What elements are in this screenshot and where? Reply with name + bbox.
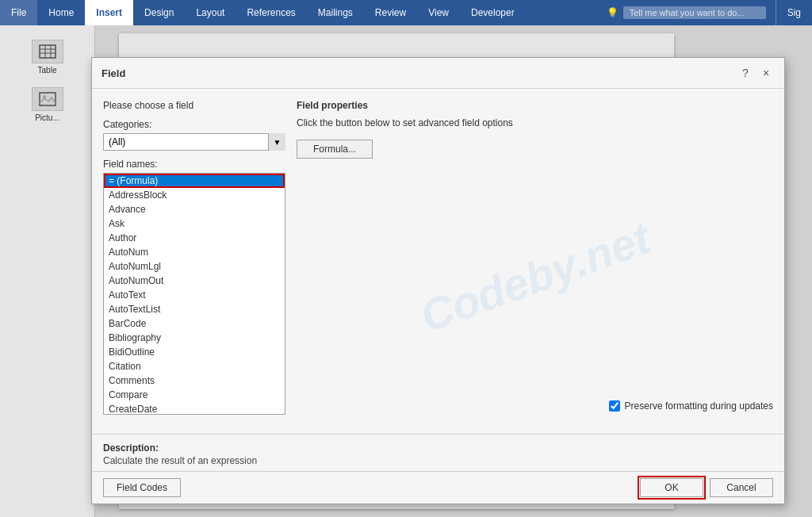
preserve-label: Preserve formatting during updates [625,400,773,412]
field-item-compare[interactable]: Compare [104,388,285,402]
panel-watermark: Codeby.net [413,212,657,343]
field-item-bidioutline[interactable]: BidiOutline [104,345,285,359]
close-button[interactable]: × [757,64,775,82]
field-properties-title: Field properties [297,100,773,111]
lightbulb-icon: 💡 [607,7,619,18]
search-input[interactable] [623,6,766,19]
help-button[interactable]: ? [737,64,754,82]
description-text: Calculate the result of an expression [103,455,773,466]
ok-button[interactable]: OK [640,478,703,497]
field-item-comments[interactable]: Comments [104,373,285,388]
tab-mailings[interactable]: Mailings [307,0,364,25]
dialog-controls: ? × [737,64,775,82]
field-item-autonumlgl[interactable]: AutoNumLgl [104,259,285,274]
tab-sign[interactable]: Sig [776,0,812,25]
tab-insert[interactable]: Insert [85,0,133,25]
tab-review[interactable]: Review [364,0,417,25]
tab-home[interactable]: Home [37,0,85,25]
please-choose-label: Please choose a field [103,100,285,111]
field-item-barcode[interactable]: BarCode [104,316,285,331]
field-list[interactable]: = (Formula) AddressBlock Advance Ask Aut… [103,173,285,415]
cancel-button[interactable]: Cancel [710,478,773,497]
field-properties-description: Click the button below to set advanced f… [297,117,773,128]
left-panel: Please choose a field Categories: (All) … [103,100,285,423]
field-item-autonum[interactable]: AutoNum [104,245,285,259]
field-item-ask[interactable]: Ask [104,216,285,231]
field-codes-button[interactable]: Field Codes [103,478,181,497]
dialog-titlebar: Field ? × [92,58,784,89]
categories-group: Categories: (All) ▼ [103,119,285,151]
dialog-body: Please choose a field Categories: (All) … [92,89,784,434]
tab-layout[interactable]: Layout [185,0,236,25]
tab-developer[interactable]: Developer [460,0,526,25]
ribbon-search-area: 💡 [607,0,776,25]
tab-view[interactable]: View [417,0,460,25]
field-item-advance[interactable]: Advance [104,202,285,216]
preserve-check-group: Preserve formatting during updates [609,400,773,412]
field-item-createdate[interactable]: CreateDate [104,402,285,415]
field-item-autotextlist[interactable]: AutoTextList [104,302,285,316]
footer-left: Field Codes [103,478,181,497]
tab-design[interactable]: Design [133,0,185,25]
preserve-checkbox[interactable] [609,400,620,412]
field-item-bibliography[interactable]: Bibliography [104,331,285,345]
field-item-autotext[interactable]: AutoText [104,288,285,302]
description-title: Description: [103,442,773,454]
field-item-addressblock[interactable]: AddressBlock [104,188,285,202]
description-area: Description: Calculate the result of an … [92,434,784,471]
formula-button[interactable]: Formula... [297,140,373,159]
dialog-title: Field [102,67,737,79]
field-names-label: Field names: [103,159,285,170]
field-item-author[interactable]: Author [104,231,285,245]
tab-references[interactable]: References [236,0,306,25]
categories-select[interactable]: (All) [103,133,285,151]
field-item-citation[interactable]: Citation [104,359,285,373]
document-area: Table Pictu... Codeby.net Field ? × [0,25,812,517]
tab-file[interactable]: File [0,0,37,25]
field-names-group: Field names: = (Formula) AddressBlock Ad… [103,159,285,415]
ribbon: File Home Insert Design Layout Reference… [0,0,812,25]
field-dialog: Field ? × Please choose a field Categori… [91,57,785,504]
categories-select-wrap: (All) ▼ [103,133,285,151]
right-panel: Field properties Click the button below … [297,100,773,423]
field-item-formula[interactable]: = (Formula) [104,174,285,188]
dialog-footer: Field Codes OK Cancel [92,471,784,504]
categories-label: Categories: [103,119,285,130]
field-item-autonumout[interactable]: AutoNumOut [104,274,285,288]
